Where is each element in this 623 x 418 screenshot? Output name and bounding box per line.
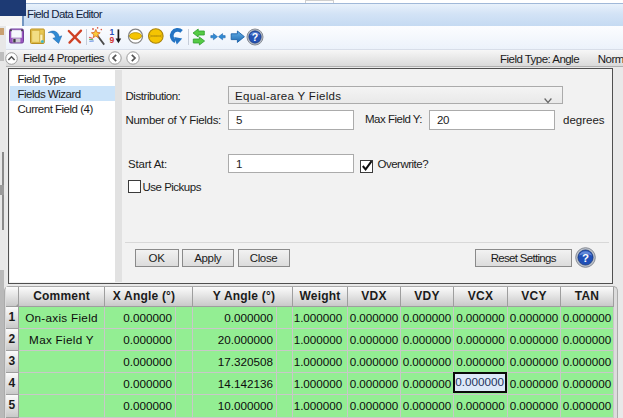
svg-text:?: ? (582, 252, 589, 264)
svg-text:?: ? (251, 31, 257, 43)
svg-text:9: 9 (109, 35, 114, 45)
